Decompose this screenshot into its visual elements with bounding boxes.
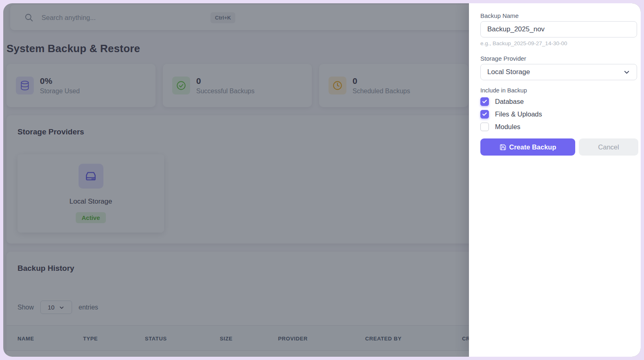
- backup-name-label: Backup Name: [480, 12, 519, 19]
- storage-provider-value: Local Storage: [487, 68, 530, 76]
- app-window: Ctrl+K System Backup & Restore 0% Storag…: [3, 3, 641, 357]
- checkbox-icon: [480, 123, 489, 131]
- include-in-backup-label: Include in Backup: [480, 87, 527, 94]
- create-backup-label: Create Backup: [509, 143, 556, 151]
- checkbox-label: Modules: [495, 123, 520, 131]
- checkbox-database[interactable]: Database: [480, 97, 524, 106]
- checkbox-icon: [480, 97, 489, 106]
- chevron-down-icon: [623, 68, 631, 76]
- backup-name-hint: e.g., Backup_2025-09-27_14-30-00: [480, 40, 567, 46]
- checkbox-label: Database: [495, 98, 524, 105]
- save-icon: [499, 144, 506, 151]
- storage-provider-label: Storage Provider: [480, 55, 526, 62]
- create-backup-drawer: Backup Name e.g., Backup_2025-09-27_14-3…: [469, 3, 641, 357]
- checkbox-files-uploads[interactable]: Files & Uploads: [480, 110, 542, 119]
- checkbox-icon: [480, 110, 489, 119]
- cancel-button[interactable]: Cancel: [579, 138, 638, 156]
- storage-provider-select[interactable]: Local Storage: [480, 64, 637, 80]
- backup-name-input[interactable]: [480, 21, 637, 37]
- checkbox-label: Files & Uploads: [495, 110, 542, 118]
- create-backup-button[interactable]: Create Backup: [480, 138, 575, 156]
- checkbox-modules[interactable]: Modules: [480, 123, 520, 131]
